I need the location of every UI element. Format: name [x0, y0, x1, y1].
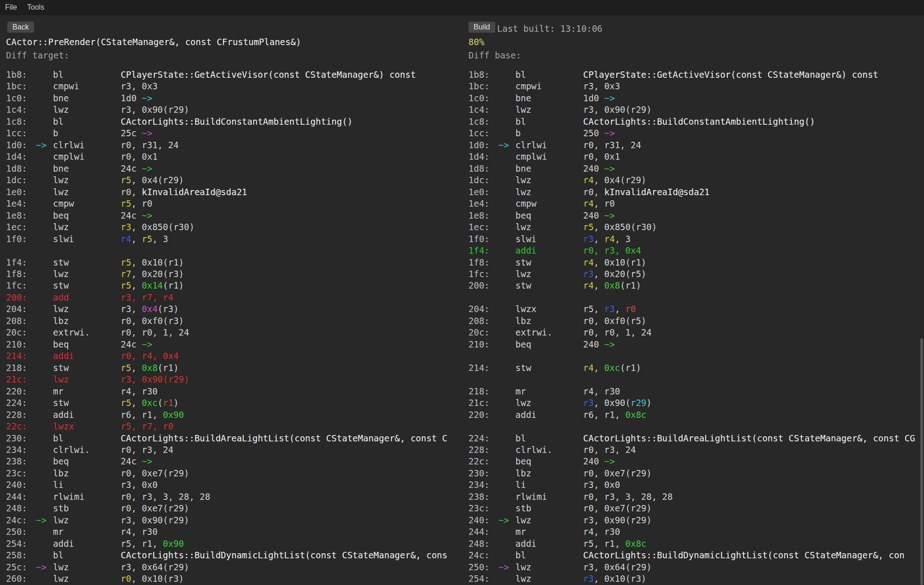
asm-row[interactable]: 1d8:bne24c ~>: [6, 163, 462, 174]
target-asm-listing[interactable]: 1b8:blCPlayerState::GetActiveVisor(const…: [0, 69, 462, 585]
asm-row[interactable]: 1c4:lwzr3, 0x90(r29): [6, 104, 462, 116]
asm-row[interactable]: 22c:beq240 ~>: [468, 456, 920, 467]
asm-row[interactable]: 1c4:lwzr3, 0x90(r29): [468, 104, 920, 116]
menu-file[interactable]: File: [0, 1, 22, 14]
asm-address: 224:: [468, 433, 498, 444]
asm-row[interactable]: 23c:stbr0, 0xe7(r29): [468, 503, 920, 514]
asm-row[interactable]: 238:rlwimir0, r3, 3, 28, 28: [468, 491, 920, 503]
asm-row[interactable]: [468, 292, 920, 303]
asm-row[interactable]: 254:lwzr3, 0x10(r3): [468, 573, 920, 585]
asm-row[interactable]: 1e8:beq240 ~>: [468, 210, 920, 221]
asm-row[interactable]: 1e0:lwzr0, kInvalidAreaId@sda21: [6, 186, 462, 198]
asm-token: 240: [583, 163, 604, 174]
asm-row[interactable]: 1c8:blCActorLights::BuildConstantAmbient…: [6, 116, 462, 127]
asm-row[interactable]: 1b8:blCPlayerState::GetActiveVisor(const…: [6, 69, 462, 81]
asm-row[interactable]: 1c8:blCActorLights::BuildConstantAmbient…: [468, 116, 920, 127]
asm-row[interactable]: 250:mrr4, r30: [6, 526, 462, 538]
asm-row[interactable]: 250:~>lwzr3, 0x64(r29): [468, 562, 920, 573]
asm-row[interactable]: 218:mrr4, r30: [468, 386, 920, 397]
asm-row[interactable]: 24c:blCActorLights::BuildDynamicLightLis…: [468, 550, 920, 561]
asm-row[interactable]: 208:lbzr0, 0xf0(r3): [6, 315, 462, 327]
asm-row[interactable]: 234:lir3, 0x0: [468, 479, 920, 491]
asm-row[interactable]: 24c:~>lwzr3, 0x90(r29): [6, 515, 462, 526]
asm-row[interactable]: 1dc:lwzr4, 0x4(r29): [468, 174, 920, 186]
asm-row[interactable]: 21c:lwzr3, 0x90(r29): [6, 374, 462, 385]
asm-row[interactable]: 240:~>lwzr3, 0x90(r29): [468, 515, 920, 526]
asm-row[interactable]: 1d4:cmplwir0, 0x1: [468, 151, 920, 162]
asm-row[interactable]: 1bc:cmpwir3, 0x3: [468, 81, 920, 92]
asm-address: 204:: [6, 303, 36, 315]
asm-row[interactable]: 22c:lwzxr5, r7, r0: [6, 421, 462, 432]
asm-row[interactable]: 1d0:~>clrlwir0, r31, 24: [468, 139, 920, 151]
asm-token: r5, r7, r0: [121, 421, 173, 431]
asm-row[interactable]: 248:stbr0, 0xe7(r29): [6, 503, 462, 514]
asm-row[interactable]: 260:lwzr0, 0x10(r3): [6, 573, 462, 585]
asm-row[interactable]: 214:stwr4, 0xc(r1): [468, 362, 920, 374]
asm-row[interactable]: 25c:~>lwzr3, 0x64(r29): [6, 562, 462, 573]
asm-row[interactable]: 218:stwr5, 0x8(r1): [6, 362, 462, 374]
asm-row[interactable]: 238:beq24c ~>: [6, 456, 462, 467]
asm-row[interactable]: 1d0:~>clrlwir0, r31, 24: [6, 139, 462, 151]
asm-row[interactable]: 1f8:lwzr7, 0x20(r3): [6, 268, 462, 280]
asm-row[interactable]: 240:lir3, 0x0: [6, 479, 462, 491]
asm-row[interactable]: 1e4:cmpwr5, r0: [6, 198, 462, 209]
asm-row[interactable]: 200:addr3, r7, r4: [6, 292, 462, 303]
menu-tools[interactable]: Tools: [22, 1, 49, 14]
base-asm-listing[interactable]: 1b8:blCPlayerState::GetActiveVisor(const…: [468, 69, 920, 585]
asm-row[interactable]: 1f0:slwir3, r4, 3: [468, 233, 920, 245]
asm-row[interactable]: 1d8:bne240 ~>: [468, 163, 920, 174]
asm-row[interactable]: 1e0:lwzr0, kInvalidAreaId@sda21: [468, 186, 920, 198]
asm-row[interactable]: [468, 421, 920, 432]
asm-row[interactable]: 208:lbzr0, 0xf0(r5): [468, 315, 920, 327]
asm-row[interactable]: 1f8:stwr4, 0x10(r1): [468, 257, 920, 268]
asm-row[interactable]: 21c:lwzr3, 0x90(r29): [468, 397, 920, 409]
asm-row[interactable]: 1b8:blCPlayerState::GetActiveVisor(const…: [468, 69, 920, 81]
asm-row[interactable]: 1ec:lwzr3, 0x850(r30): [6, 221, 462, 233]
asm-row[interactable]: 230:lbzr0, 0xe7(r29): [468, 468, 920, 479]
asm-row[interactable]: [468, 350, 920, 362]
asm-row[interactable]: 20c:extrwi.r0, r0, 1, 24: [468, 327, 920, 338]
asm-row[interactable]: 23c:lbzr0, 0xe7(r29): [6, 468, 462, 479]
asm-row[interactable]: 1d4:cmplwir0, 0x1: [6, 151, 462, 162]
asm-row[interactable]: 204:lwzr3, 0x4(r3): [6, 303, 462, 315]
asm-row[interactable]: 220:mrr4, r30: [6, 386, 462, 397]
asm-row[interactable]: 1ec:lwzr5, 0x850(r30): [468, 221, 920, 233]
back-button[interactable]: Back: [7, 22, 34, 33]
asm-row[interactable]: 224:blCActorLights::BuildAreaLightList(c…: [468, 433, 920, 444]
asm-row[interactable]: 214:addir0, r4, 0x4: [6, 350, 462, 362]
asm-row[interactable]: [468, 374, 920, 385]
asm-row[interactable]: 210:beq240 ~>: [468, 339, 920, 350]
asm-row[interactable]: 1e4:cmpwr4, r0: [468, 198, 920, 209]
asm-row[interactable]: 258:blCActorLights::BuildDynamicLightLis…: [6, 550, 462, 561]
asm-row[interactable]: 1c0:bne1d0 ~>: [6, 93, 462, 104]
asm-row[interactable]: 1e8:beq24c ~>: [6, 210, 462, 221]
asm-row[interactable]: 254:addir5, r1, 0x90: [6, 538, 462, 550]
asm-row[interactable]: 1cc:b250 ~>: [468, 127, 920, 139]
asm-row[interactable]: 204:lwzxr5, r3, r0: [468, 303, 920, 315]
asm-row[interactable]: 200:stwr4, 0x8(r1): [468, 280, 920, 291]
asm-row[interactable]: 244:mrr4, r30: [468, 526, 920, 538]
asm-row[interactable]: 1c0:bne1d0 ~>: [468, 93, 920, 104]
asm-row[interactable]: 228:clrlwi.r0, r3, 24: [468, 444, 920, 456]
asm-row[interactable]: 248:addir5, r1, 0x8c: [468, 538, 920, 550]
scrollbar-thumb[interactable]: [920, 338, 923, 585]
asm-row[interactable]: 1f4:stwr5, 0x10(r1): [6, 257, 462, 268]
asm-row[interactable]: 1fc:stwr5, 0x14(r1): [6, 280, 462, 291]
asm-address: 1dc:: [6, 174, 36, 186]
asm-row[interactable]: 1f4:addir0, r3, 0x4: [468, 245, 920, 256]
asm-row[interactable]: 1dc:lwzr5, 0x4(r29): [6, 174, 462, 186]
build-button[interactable]: Build: [468, 22, 495, 33]
asm-row[interactable]: 224:stwr5, 0xc(r1): [6, 397, 462, 409]
asm-row[interactable]: 230:blCActorLights::BuildAreaLightList(c…: [6, 433, 462, 444]
asm-row[interactable]: 210:beq24c ~>: [6, 339, 462, 350]
asm-row[interactable]: 220:addir6, r1, 0x8c: [468, 409, 920, 421]
asm-row[interactable]: 1fc:lwzr3, 0x20(r5): [468, 268, 920, 280]
asm-row[interactable]: 1bc:cmpwir3, 0x3: [6, 81, 462, 92]
asm-row[interactable]: 228:addir6, r1, 0x90: [6, 409, 462, 421]
asm-row[interactable]: 20c:extrwi.r0, r0, 1, 24: [6, 327, 462, 338]
asm-row[interactable]: 1f0:slwir4, r5, 3: [6, 233, 462, 245]
asm-row[interactable]: 244:rlwimir0, r3, 3, 28, 28: [6, 491, 462, 503]
asm-row[interactable]: 1cc:b25c ~>: [6, 127, 462, 139]
asm-row[interactable]: [6, 245, 462, 256]
asm-row[interactable]: 234:clrlwi.r0, r3, 24: [6, 444, 462, 456]
